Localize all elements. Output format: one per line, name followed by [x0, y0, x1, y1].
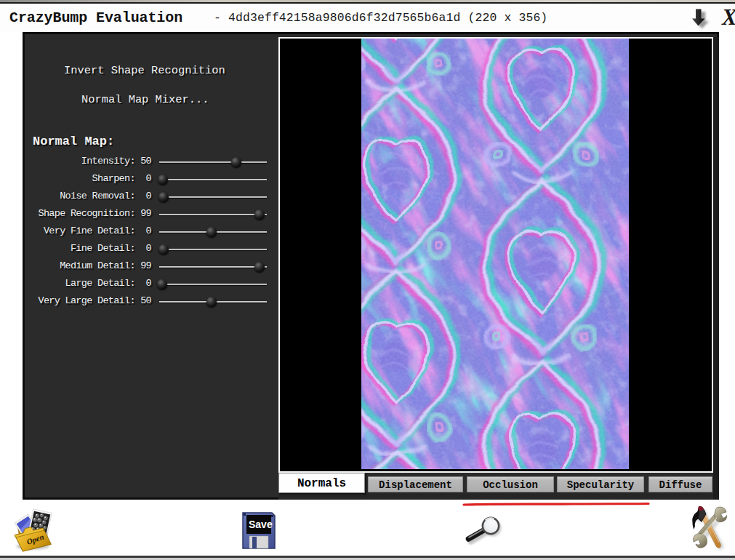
svg-text:Save: Save [249, 519, 273, 530]
